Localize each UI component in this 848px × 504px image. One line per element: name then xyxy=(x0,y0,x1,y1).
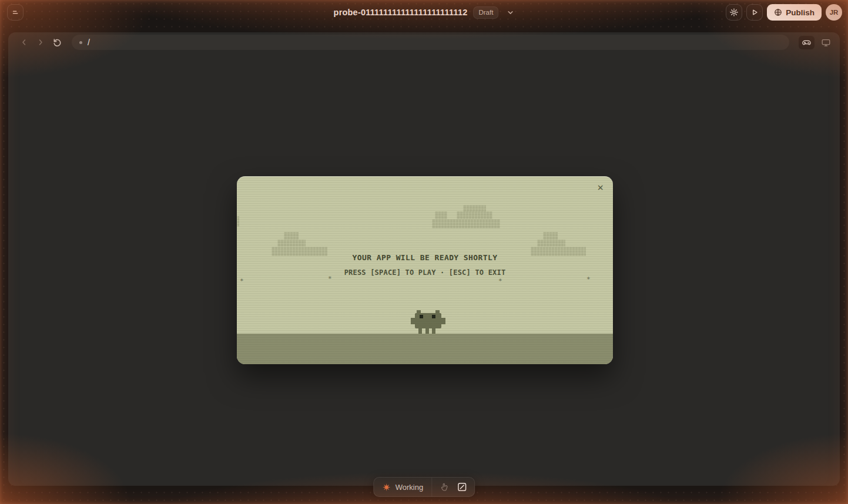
play-icon xyxy=(750,8,759,16)
url-bar[interactable]: / xyxy=(72,35,789,50)
monitor-icon xyxy=(821,38,831,48)
publish-label: Publish xyxy=(786,8,815,17)
loading-game-modal: YOUR APP WILL BE READY SHORTLY PRESS [SP… xyxy=(237,176,613,364)
chevron-down-icon xyxy=(507,9,514,16)
publish-button[interactable]: Publish xyxy=(767,4,822,21)
square-slash-icon xyxy=(457,482,467,492)
browser-toolbar: / xyxy=(8,32,840,50)
status-badge: Draft xyxy=(473,6,498,19)
menu-icon xyxy=(11,8,19,16)
working-status: Working xyxy=(374,478,431,496)
url-path: / xyxy=(88,38,90,47)
star-glyph: * xyxy=(498,278,502,284)
chevron-right-icon xyxy=(36,38,45,47)
gear-icon xyxy=(729,8,739,17)
forward-button[interactable] xyxy=(34,36,47,49)
pointer-hand-icon xyxy=(440,482,450,492)
gamepad-icon xyxy=(802,38,812,48)
app-window: probe-011111111111111111111112 Draft xyxy=(0,0,848,504)
star-glyph: * xyxy=(586,276,591,283)
settings-button[interactable] xyxy=(726,4,742,21)
desktop-view-button[interactable] xyxy=(819,36,833,49)
project-title-group: probe-011111111111111111111112 Draft xyxy=(334,0,515,25)
top-bar: probe-011111111111111111111112 Draft xyxy=(0,0,848,28)
viewport-toggle-group xyxy=(799,36,833,49)
back-button[interactable] xyxy=(18,36,31,49)
avatar-initials: JR xyxy=(830,9,839,16)
loading-heading: YOUR APP WILL BE READY SHORTLY xyxy=(237,253,613,262)
select-element-button[interactable] xyxy=(437,479,452,495)
status-tools xyxy=(432,478,474,496)
star-glyph: * xyxy=(240,278,244,284)
status-toolbar: Working xyxy=(373,477,475,497)
globe-icon xyxy=(774,8,782,16)
run-preview-button[interactable] xyxy=(746,4,763,21)
menu-button[interactable] xyxy=(7,4,24,21)
loading-instructions: PRESS [SPACE] TO PLAY · [ESC] TO EXIT xyxy=(237,268,613,277)
working-label: Working xyxy=(395,483,423,492)
refresh-icon xyxy=(52,38,62,48)
cloud-fragment-left-edge xyxy=(237,216,239,227)
spark-icon xyxy=(382,483,391,492)
top-actions: Publish JR xyxy=(726,4,842,21)
page-title: probe-011111111111111111111112 xyxy=(334,8,468,17)
chevron-left-icon xyxy=(19,38,29,47)
close-icon[interactable]: × xyxy=(595,180,606,195)
game-view-button[interactable] xyxy=(799,36,815,49)
url-status-dot xyxy=(79,41,82,44)
pixel-ground xyxy=(237,334,613,364)
edit-mode-button[interactable] xyxy=(454,479,470,495)
refresh-button[interactable] xyxy=(51,36,63,49)
project-menu-button[interactable] xyxy=(507,9,514,16)
avatar[interactable]: JR xyxy=(826,4,842,21)
